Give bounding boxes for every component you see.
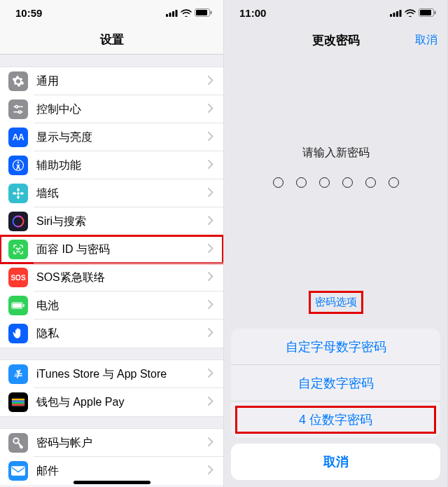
chevron-right-icon (208, 437, 214, 449)
row-label: 电池 (36, 299, 208, 313)
row-label: 墙纸 (36, 186, 208, 201)
settings-row-astore[interactable]: iTunes Store 与 App Store (0, 360, 223, 388)
row-label: 钱包与 Apple Pay (36, 395, 208, 410)
status-indicators (166, 8, 212, 17)
svg-rect-25 (12, 399, 24, 401)
mail-icon (8, 461, 28, 481)
svg-rect-1 (169, 13, 172, 17)
settings-row-hand[interactable]: 隐私 (0, 320, 223, 348)
svg-point-8 (15, 106, 18, 108)
settings-screen: 10:59 设置 通用控制中心AA显示与亮度辅助功能墙纸Siri与搜索面容 ID… (0, 0, 224, 487)
svg-rect-32 (393, 13, 396, 17)
svg-rect-3 (176, 10, 178, 17)
status-bar: 11:00 (224, 0, 447, 25)
passcode-dots (273, 177, 399, 188)
status-indicators (390, 8, 436, 17)
status-time: 10:59 (15, 7, 42, 19)
svg-rect-6 (211, 11, 212, 15)
svg-rect-31 (390, 14, 392, 17)
svg-point-19 (16, 248, 17, 249)
svg-rect-0 (166, 14, 168, 17)
settings-row-AA[interactable]: AA显示与亮度 (0, 123, 223, 151)
flower-icon (8, 184, 28, 203)
settings-row-key[interactable]: 密码与帐户 (0, 429, 223, 457)
row-label: 通用 (36, 74, 208, 89)
svg-rect-27 (12, 402, 24, 404)
chevron-right-icon (208, 103, 214, 116)
sheet-option-1[interactable]: 自定数字密码 (231, 365, 440, 402)
chevron-right-icon (208, 243, 214, 256)
passcode-dot (273, 177, 284, 188)
svg-rect-26 (12, 401, 24, 403)
chevron-right-icon (208, 75, 214, 88)
AA-icon: AA (8, 128, 28, 147)
svg-rect-22 (13, 303, 22, 308)
wifi-icon (405, 9, 416, 17)
settings-row-wallet[interactable]: 钱包与 Apple Pay (0, 388, 223, 416)
svg-rect-23 (23, 304, 24, 307)
svg-point-18 (13, 217, 24, 227)
chevron-right-icon (208, 159, 214, 172)
chevron-right-icon (208, 299, 214, 312)
sheet-option-0[interactable]: 自定字母数字密码 (231, 329, 440, 365)
row-label: 隐私 (36, 327, 208, 341)
page-title: 更改密码 (312, 32, 360, 48)
siri-icon (8, 212, 28, 231)
chevron-right-icon (208, 215, 214, 228)
passcode-dot (365, 177, 376, 188)
row-label: 辅助功能 (36, 158, 208, 173)
key-icon (8, 433, 28, 453)
svg-point-20 (20, 248, 20, 249)
chevron-right-icon (208, 465, 214, 477)
row-label: 面容 ID 与密码 (36, 242, 208, 257)
svg-rect-5 (196, 10, 207, 15)
passcode-dot (342, 177, 353, 188)
svg-point-13 (17, 192, 20, 195)
row-label: SOS紧急联络 (36, 270, 208, 285)
settings-list: 通用控制中心AA显示与亮度辅助功能墙纸Siri与搜索面容 ID 与密码SOSSO… (0, 55, 223, 485)
home-indicator (74, 481, 150, 484)
chevron-right-icon (208, 396, 214, 409)
wifi-icon (181, 9, 192, 17)
access-icon (8, 156, 28, 175)
signal-icon (390, 9, 402, 17)
sheet-option-2[interactable]: 4 位数字密码 (231, 402, 440, 438)
svg-point-14 (17, 188, 19, 191)
action-sheet: 自定字母数字密码自定数字密码4 位数字密码 取消 (231, 329, 440, 480)
passcode-prompt: 请输入新密码 (302, 146, 370, 160)
change-passcode-screen: 11:00 更改密码 取消 请输入新密码 密码选项 自定字母数字密码自定数字密码… (224, 0, 448, 487)
svg-rect-28 (12, 404, 24, 406)
faceid-icon (8, 240, 28, 259)
settings-row-battery[interactable]: 电池 (0, 291, 223, 320)
svg-point-17 (20, 192, 24, 194)
cancel-button[interactable]: 取消 (415, 33, 438, 48)
settings-row-flower[interactable]: 墙纸 (0, 179, 223, 207)
battery-icon (8, 296, 28, 315)
settings-row-sliders[interactable]: 控制中心 (0, 95, 223, 123)
chevron-right-icon (208, 271, 214, 284)
status-bar: 10:59 (0, 0, 223, 25)
nav-bar: 更改密码 取消 (224, 25, 447, 55)
sheet-cancel-button[interactable]: 取消 (231, 444, 440, 480)
svg-rect-30 (11, 466, 25, 475)
svg-point-16 (13, 192, 16, 194)
svg-point-10 (19, 111, 21, 113)
row-label: Siri与搜索 (36, 214, 208, 229)
battery-icon (419, 8, 436, 17)
settings-row-gear[interactable]: 通用 (0, 67, 223, 95)
passcode-dot (296, 177, 307, 188)
battery-icon (195, 8, 212, 17)
passcode-options-link[interactable]: 密码选项 (311, 293, 361, 312)
svg-point-12 (18, 162, 20, 164)
svg-rect-2 (172, 11, 174, 17)
wallet-icon (8, 392, 28, 412)
chevron-right-icon (208, 368, 214, 380)
settings-row-faceid[interactable]: 面容 ID 与密码 (0, 235, 223, 263)
settings-row-access[interactable]: 辅助功能 (0, 151, 223, 179)
SOS-icon: SOS (8, 268, 28, 287)
row-label: 显示与亮度 (36, 130, 208, 145)
gear-icon (8, 71, 28, 91)
settings-row-siri[interactable]: Siri与搜索 (0, 207, 223, 235)
svg-rect-36 (420, 10, 431, 15)
settings-row-SOS[interactable]: SOSSOS紧急联络 (0, 263, 223, 291)
